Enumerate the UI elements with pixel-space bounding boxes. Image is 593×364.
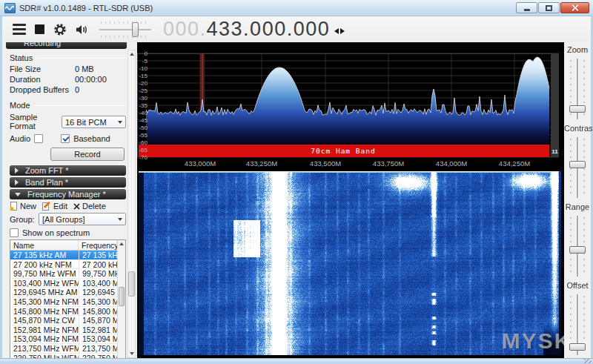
panel-header-frequency-manager-[interactable]: Frequency Manager * [10, 189, 126, 199]
spectrum-display[interactable]: 70cm Ham Band110-5-10-15-20-25-30-35-40-… [137, 42, 564, 170]
delete-entry-button[interactable]: Delete [73, 202, 106, 211]
db-axis-tick: -55 [139, 132, 148, 139]
table-scrollbar[interactable] [117, 240, 125, 364]
db-axis-tick: -30 [139, 95, 148, 102]
range-slider-thumb[interactable] [569, 246, 586, 254]
db-axis-tick: -10 [139, 65, 148, 72]
frequency-table-header[interactable]: Name Frequency [10, 240, 125, 251]
table-row[interactable]: 145,800 MHz NFM145,800 MHz [10, 307, 117, 317]
frequency-leading-zeros: 000. [163, 18, 207, 40]
collapsible-panels: Zoom FFT *Band Plan *Frequency Manager * [10, 165, 126, 199]
minimize-button[interactable] [516, 2, 537, 13]
volume-track [99, 29, 151, 30]
window-title: SDR# v1.0.0.1489 - RTL-SDR (USB) [19, 4, 153, 13]
stop-button[interactable] [35, 20, 44, 39]
scroll-up-icon[interactable] [118, 240, 125, 248]
sidebar-scroll-thumb[interactable] [128, 271, 135, 297]
zoom-slider[interactable]: Zoom [564, 45, 591, 124]
db-axis-tick: -65 [139, 147, 148, 153]
baseband-checkbox[interactable] [61, 134, 70, 143]
offset-slider-thumb[interactable] [569, 343, 586, 351]
contrast-slider-thumb[interactable] [569, 161, 586, 168]
table-row[interactable]: 213,750 MHz WFM213,750 MHz [10, 344, 117, 354]
maximize-button[interactable] [538, 2, 560, 13]
column-header-frequency: Frequency [79, 240, 117, 250]
offset-slider[interactable]: Offset [564, 281, 591, 360]
table-scroll-thumb[interactable] [119, 287, 125, 306]
table-row[interactable]: 27 200 kHz NFM27 200 kHz [10, 260, 117, 270]
frequency-step-up-icon[interactable] [340, 28, 345, 34]
status-rows: File Size0 MBDuration00:00:00Dropped Buf… [10, 64, 126, 94]
menu-button[interactable] [13, 24, 26, 35]
table-row[interactable]: 145,300 MHz NFM145,300 MHz [10, 297, 117, 307]
volume-ticks [101, 21, 150, 24]
volume-ticks [101, 36, 150, 38]
sample-format-select[interactable]: 16 Bit PCM [62, 116, 126, 128]
close-icon [572, 4, 578, 11]
right-scale-value: 11 [551, 148, 558, 155]
sdrsharp-window: SDR# v1.0.0.1489 - RTL-SDR (USB) [0, 0, 593, 364]
status-caption: Status [10, 53, 126, 62]
status-row: Dropped Buffers0 [10, 85, 126, 94]
table-row[interactable]: 99,750 MHz WFM99,750 MHz [10, 269, 117, 279]
scroll-down-icon[interactable] [128, 350, 135, 357]
table-row[interactable]: 103,400 MHz WFM103,400 MHz [10, 279, 117, 288]
sample-format-label: Sample Format [10, 113, 62, 130]
db-axis-tick: 0 [145, 50, 148, 57]
table-row[interactable]: 27 135 kHz AM27 135 kHz [10, 251, 117, 260]
edit-entry-button[interactable]: Edit [42, 202, 67, 211]
panel-header-band-plan-[interactable]: Band Plan * [10, 177, 126, 188]
main-toolbar: 000.433.000.000 [2, 16, 591, 42]
maximize-icon [546, 5, 552, 11]
frequency-axis-tick: 434,250M [499, 159, 530, 168]
frequency-axis-tick: 433,500M [310, 159, 341, 168]
scroll-up-icon[interactable] [128, 50, 135, 58]
minimize-icon [524, 9, 530, 11]
db-axis-tick: -45 [139, 117, 148, 124]
range-slider[interactable]: Range [564, 202, 591, 281]
frequency-table: Name Frequency 27 135 kHz AM27 135 kHz27… [10, 239, 126, 364]
chevron-right-icon [15, 168, 19, 173]
table-row[interactable]: 145,870 MHz CW145,870 MHz [10, 316, 117, 325]
waterfall-display[interactable] [139, 171, 561, 355]
sidebar-scrollbar[interactable] [127, 50, 136, 358]
new-entry-button[interactable]: New [10, 202, 36, 211]
title-bar[interactable]: SDR# v1.0.0.1489 - RTL-SDR (USB) [0, 0, 593, 16]
mode-caption: Mode [10, 101, 126, 110]
zoom-slider-thumb[interactable] [569, 105, 586, 113]
stop-icon [35, 24, 44, 34]
close-button[interactable] [560, 2, 589, 13]
frequency-axis-tick: 434,000M [436, 159, 467, 168]
contrast-slider[interactable]: Contrast [564, 124, 591, 202]
status-row: File Size0 MB [10, 64, 126, 73]
volume-thumb[interactable] [132, 22, 139, 37]
main-area: Recording Status File Size0 MBDuration00… [2, 42, 591, 358]
volume-slider[interactable] [99, 20, 151, 39]
panel-header-zoom-fft-[interactable]: Zoom FFT * [10, 165, 126, 176]
record-button[interactable]: Record [50, 148, 125, 161]
table-row[interactable]: 152,981 MHz NFM152,981 MHz [10, 325, 117, 335]
show-on-spectrum-label: Show on spectrum [22, 228, 90, 237]
db-axis-tick: -40 [139, 110, 148, 116]
settings-button[interactable] [53, 20, 67, 39]
table-row[interactable]: 153,094 MHz NFM153,094 MHz [10, 334, 117, 344]
delete-x-icon [73, 203, 80, 210]
status-row: Duration00:00:00 [10, 75, 126, 84]
show-on-spectrum-checkbox[interactable] [10, 228, 19, 237]
frequency-display[interactable]: 000.433.000.000 [163, 18, 330, 41]
band-plan-label: 70cm Ham Band [311, 147, 375, 155]
table-row[interactable]: 129,6945 MHz AM129,6945 M... [10, 288, 117, 297]
status-strip [0, 358, 593, 364]
db-axis-tick: -20 [139, 80, 148, 87]
audio-checkbox[interactable] [34, 134, 43, 143]
group-select[interactable]: [All Groups] [39, 213, 126, 225]
frequency-axis-tick: 433,750M [373, 159, 404, 168]
chevron-down-icon [118, 218, 122, 221]
frequency-step-down-icon[interactable] [334, 28, 339, 34]
recording-panel-header[interactable]: Recording [6, 42, 127, 50]
db-axis-tick: -15 [139, 73, 148, 79]
app-icon [4, 3, 16, 13]
display-controls-pane: ZoomContrastRangeOffset [564, 42, 591, 358]
chevron-down-icon [15, 193, 21, 196]
audio-mute-button[interactable] [76, 20, 89, 39]
